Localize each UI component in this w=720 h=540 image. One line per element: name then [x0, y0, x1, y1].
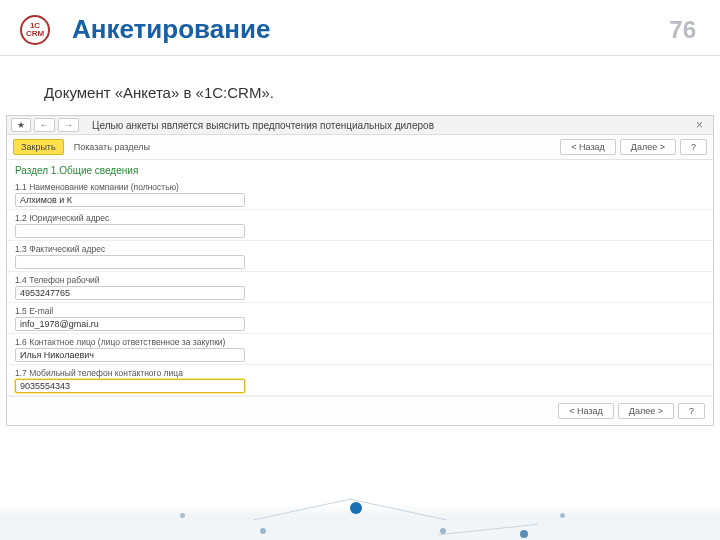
prev-button[interactable]: < Назад: [560, 139, 616, 155]
field-label: 1.6 Контактное лицо (лицо ответственное …: [15, 335, 705, 348]
window-title: Целью анкеты является выяснить предпочте…: [92, 120, 690, 131]
app-window: ★ ← → Целью анкеты является выяснить пре…: [6, 115, 714, 426]
section-title: Раздел 1.Общие сведения: [7, 160, 713, 179]
field-label: 1.3 Фактический адрес: [15, 242, 705, 255]
legal-address-input[interactable]: [15, 224, 245, 238]
actual-address-input[interactable]: [15, 255, 245, 269]
forward-button[interactable]: →: [58, 118, 79, 132]
field-label: 1.7 Мобильный телефон контактного лица: [15, 366, 705, 379]
decoration: [0, 504, 720, 540]
logo-1c-crm: 1СCRM: [20, 15, 50, 45]
mobile-phone-input[interactable]: 9035554343: [15, 379, 245, 393]
next-button[interactable]: Далее >: [620, 139, 676, 155]
email-input[interactable]: info_1978@gmai.ru: [15, 317, 245, 331]
close-icon[interactable]: ×: [690, 118, 709, 132]
page-number: 76: [669, 16, 696, 44]
field-label: 1.2 Юридический адрес: [15, 211, 705, 224]
slide-subtitle: Документ «Анкета» в «1С:CRM».: [0, 56, 720, 115]
back-button[interactable]: ←: [34, 118, 55, 132]
prev-button-footer[interactable]: < Назад: [558, 403, 614, 419]
field-label: 1.5 E-mail: [15, 304, 705, 317]
field-label: 1.1 Наименование компании (полностью): [15, 180, 705, 193]
next-button-footer[interactable]: Далее >: [618, 403, 674, 419]
slide-title: Анкетирование: [72, 14, 669, 45]
company-name-input[interactable]: Алхимов и К: [15, 193, 245, 207]
contact-person-input[interactable]: Илья Николаевич: [15, 348, 245, 362]
work-phone-input[interactable]: 4953247765: [15, 286, 245, 300]
favorite-button[interactable]: ★: [11, 118, 31, 132]
show-sections-link[interactable]: Показать разделы: [74, 142, 150, 152]
help-button[interactable]: ?: [680, 139, 707, 155]
field-label: 1.4 Телефон рабочий: [15, 273, 705, 286]
close-button[interactable]: Закрыть: [13, 139, 64, 155]
help-button-footer[interactable]: ?: [678, 403, 705, 419]
